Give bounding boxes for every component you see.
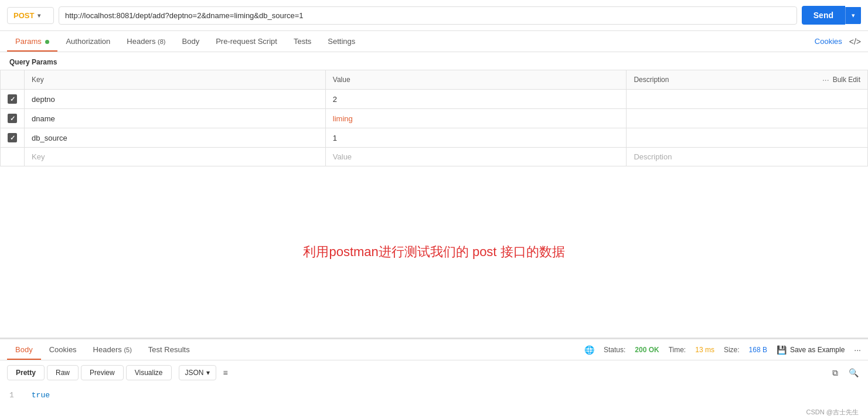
bulk-edit-area: ··· Bulk Edit (822, 75, 860, 84)
cookies-link[interactable]: Cookies (815, 37, 842, 46)
col-description: Description ··· Bulk Edit (627, 70, 868, 90)
bottom-tab-cookies[interactable]: Cookies (41, 339, 85, 360)
json-label: JSON (185, 369, 204, 377)
table-row: deptno 2 (1, 90, 868, 109)
tab-pre-request[interactable]: Pre-request Script (207, 31, 285, 52)
empty-description[interactable]: Description (627, 148, 868, 166)
params-dot (45, 40, 49, 44)
time-value: 13 ms (695, 346, 714, 354)
response-tabs: Body Cookies Headers (5) Test Results 🌐 … (0, 339, 868, 360)
line-number-1: 1 (9, 391, 27, 400)
row2-checkbox[interactable] (8, 114, 17, 123)
watermark: CSDN @吉士先生 (0, 406, 868, 419)
status-area: 🌐 Status: 200 OK Time: 13 ms Size: 168 B… (584, 345, 861, 355)
tab-tests[interactable]: Tests (285, 31, 319, 52)
send-button[interactable]: Send (802, 6, 845, 25)
json-chevron: ▾ (206, 369, 210, 377)
method-label: POST (13, 11, 34, 20)
format-bar: Pretty Raw Preview Visualize JSON ▾ ≡ ⧉ … (0, 360, 868, 385)
params-table: Key Value Description ··· Bulk Edit (0, 70, 868, 166)
bottom-section: Body Cookies Headers (5) Test Results 🌐 … (0, 338, 868, 419)
url-bar: POST ▾ Send ▾ (0, 0, 868, 31)
empty-checkbox-cell (1, 148, 25, 166)
more-options-button[interactable]: ··· (854, 345, 861, 355)
request-tabs: Params Authorization Headers (8) Body Pr… (0, 31, 868, 52)
row3-key[interactable]: db_source (25, 128, 326, 148)
tab-settings[interactable]: Settings (319, 31, 363, 52)
main-content: Query Params Key Value Description ··· B… (0, 52, 868, 419)
more-icon[interactable]: ··· (822, 75, 829, 84)
row2-description[interactable] (627, 109, 868, 128)
globe-icon: 🌐 (584, 345, 594, 355)
tab-body[interactable]: Body (174, 31, 208, 52)
save-icon: 💾 (777, 345, 787, 355)
row1-checkbox[interactable] (8, 94, 17, 104)
copy-button[interactable]: ⧉ (830, 366, 840, 380)
col-key: Key (25, 70, 326, 90)
tab-headers[interactable]: Headers (8) (118, 31, 173, 52)
status-label: Status: (604, 346, 625, 354)
tabs-right-area: Cookies </> (815, 37, 861, 46)
annotation-area: 利用postman进行测试我们的 post 接口的数据 (0, 166, 868, 338)
bottom-tab-test-results[interactable]: Test Results (140, 339, 198, 360)
row1-checkbox-cell (1, 90, 25, 109)
raw-button[interactable]: Raw (47, 365, 79, 380)
tab-params[interactable]: Params (7, 31, 57, 52)
search-button[interactable]: 🔍 (846, 366, 861, 380)
visualize-button[interactable]: Visualize (126, 365, 172, 380)
method-select[interactable]: POST ▾ (7, 7, 54, 24)
table-row: db_source 1 (1, 128, 868, 148)
col-value: Value (325, 70, 627, 90)
json-format-select[interactable]: JSON ▾ (179, 365, 216, 380)
save-example-label: Save as Example (790, 346, 845, 354)
bottom-tab-body[interactable]: Body (7, 339, 41, 360)
row3-checkbox-cell (1, 128, 25, 148)
empty-row: Key Value Description (1, 148, 868, 166)
code-icon[interactable]: </> (849, 37, 861, 46)
save-as-example-button[interactable]: 💾 Save as Example (777, 345, 845, 355)
row2-key[interactable]: dname (25, 109, 326, 128)
row2-value[interactable]: liming (325, 109, 627, 128)
pretty-button[interactable]: Pretty (7, 365, 45, 380)
row3-value[interactable]: 1 (325, 128, 627, 148)
empty-value[interactable]: Value (325, 148, 627, 166)
code-true-value: true (32, 391, 50, 400)
bottom-tab-headers[interactable]: Headers (5) (85, 339, 140, 360)
method-chevron: ▾ (38, 12, 40, 19)
send-dropdown-button[interactable]: ▾ (845, 7, 861, 24)
status-value: 200 OK (635, 346, 659, 354)
url-input[interactable] (59, 6, 797, 25)
table-row: dname liming (1, 109, 868, 128)
code-area: 1 true (0, 385, 868, 406)
bulk-edit-label[interactable]: Bulk Edit (833, 76, 860, 84)
row3-description[interactable] (627, 128, 868, 148)
col-checkbox (1, 70, 25, 90)
size-label: Size: (724, 346, 740, 354)
size-value: 168 B (749, 346, 767, 354)
format-right-icons: ⧉ 🔍 (830, 366, 861, 380)
tab-authorization[interactable]: Authorization (57, 31, 118, 52)
row3-checkbox[interactable] (8, 133, 17, 142)
row1-key[interactable]: deptno (25, 90, 326, 109)
row1-description[interactable] (627, 90, 868, 109)
time-label: Time: (669, 346, 686, 354)
row1-value[interactable]: 2 (325, 90, 627, 109)
send-button-group: Send ▾ (802, 6, 861, 25)
filter-icon[interactable]: ≡ (223, 368, 228, 377)
empty-key[interactable]: Key (25, 148, 326, 166)
query-params-title: Query Params (0, 52, 868, 70)
row2-checkbox-cell (1, 109, 25, 128)
annotation-text: 利用postman进行测试我们的 post 接口的数据 (303, 243, 564, 261)
preview-button[interactable]: Preview (81, 365, 124, 380)
